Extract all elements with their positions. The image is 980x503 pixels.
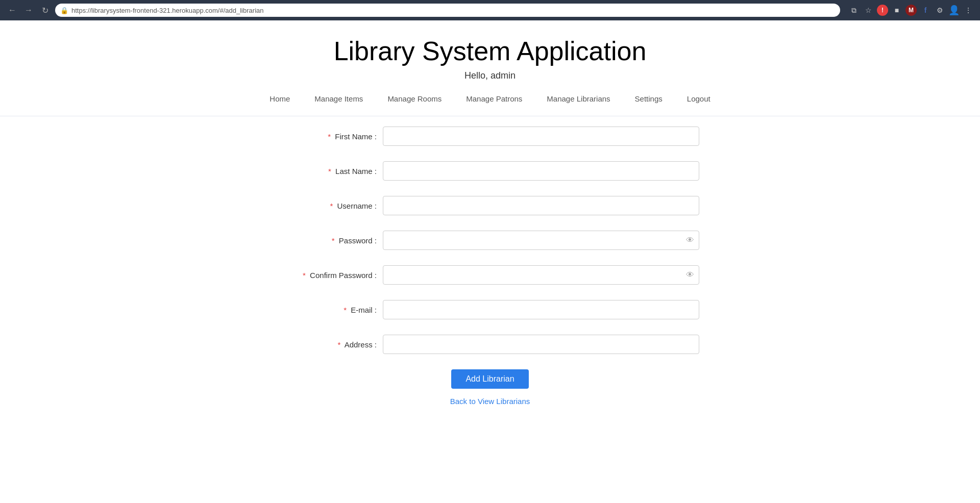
required-star: *	[328, 167, 331, 175]
confirm-password-label: * Confirm Password :	[281, 271, 383, 280]
confirm-password-row: * Confirm Password : 👁	[281, 265, 699, 285]
page-title: Library System Application	[0, 36, 980, 66]
facebook-icon[interactable]: f	[920, 5, 931, 16]
back-button[interactable]: ←	[6, 4, 18, 16]
confirm-password-input[interactable]	[383, 265, 699, 285]
forward-button[interactable]: →	[22, 4, 35, 16]
avatar-icon[interactable]: 👤	[948, 5, 960, 16]
email-label: * E-mail :	[281, 306, 383, 314]
add-librarian-button[interactable]: Add Librarian	[451, 369, 528, 389]
address-label: * Address :	[281, 340, 383, 349]
confirm-password-eye-icon[interactable]: 👁	[686, 270, 694, 280]
nav-logout[interactable]: Logout	[687, 94, 710, 103]
first-name-label: * First Name :	[281, 132, 383, 141]
nav-manage-items[interactable]: Manage Items	[314, 94, 363, 103]
address-input[interactable]	[383, 335, 699, 354]
first-name-row: * First Name :	[281, 127, 699, 146]
cast-icon[interactable]: ⧉	[848, 5, 860, 16]
first-name-input[interactable]	[383, 127, 699, 146]
back-link-row: Back to View Librarians	[281, 397, 699, 406]
bookmark-icon[interactable]: ☆	[863, 5, 874, 16]
username-label: * Username :	[281, 202, 383, 210]
button-row: Add Librarian	[281, 369, 699, 389]
nav-manage-patrons[interactable]: Manage Patrons	[466, 94, 522, 103]
last-name-input[interactable]	[383, 161, 699, 181]
email-input[interactable]	[383, 300, 699, 319]
reload-button[interactable]: ↻	[39, 4, 51, 16]
required-star: *	[330, 202, 333, 210]
nav-home[interactable]: Home	[270, 94, 290, 103]
nav-settings[interactable]: Settings	[635, 94, 663, 103]
page-subtitle: Hello, admin	[0, 70, 980, 81]
confirm-password-wrapper: 👁	[383, 265, 699, 285]
required-star: *	[303, 271, 306, 280]
password-row: * Password : 👁	[281, 231, 699, 250]
last-name-label: * Last Name :	[281, 167, 383, 175]
required-star: *	[332, 236, 335, 245]
required-star: *	[337, 340, 340, 349]
browser-chrome: ← → ↻ 🔒 https://librarysystem-frontend-3…	[0, 0, 980, 20]
url-text: https://librarysystem-frontend-321.herok…	[71, 7, 263, 14]
extension-dark-icon[interactable]: ■	[891, 5, 902, 16]
menu-icon[interactable]: ⋮	[963, 5, 974, 16]
extension-red-icon[interactable]: !	[877, 5, 888, 16]
address-bar[interactable]: 🔒 https://librarysystem-frontend-321.her…	[55, 4, 840, 17]
browser-actions: ⧉ ☆ ! ■ M f ⚙ 👤 ⋮	[848, 5, 974, 16]
back-to-librarians-link[interactable]: Back to View Librarians	[450, 397, 530, 406]
password-label: * Password :	[281, 236, 383, 245]
nav-manage-librarians[interactable]: Manage Librarians	[547, 94, 610, 103]
nav-menu: Home Manage Items Manage Rooms Manage Pa…	[0, 89, 980, 108]
username-row: * Username :	[281, 196, 699, 215]
required-star: *	[328, 132, 331, 141]
address-row: * Address :	[281, 335, 699, 354]
email-row: * E-mail :	[281, 300, 699, 319]
nav-manage-rooms[interactable]: Manage Rooms	[387, 94, 442, 103]
profile-m-icon[interactable]: M	[905, 5, 917, 16]
add-librarian-form: * First Name : * Last Name : * Username …	[260, 116, 720, 416]
page-header: Library System Application Hello, admin …	[0, 20, 980, 116]
username-input[interactable]	[383, 196, 699, 215]
password-input[interactable]	[383, 231, 699, 250]
required-star: *	[344, 306, 347, 314]
password-eye-icon[interactable]: 👁	[686, 236, 694, 245]
last-name-row: * Last Name :	[281, 161, 699, 181]
puzzle-icon[interactable]: ⚙	[934, 5, 945, 16]
password-wrapper: 👁	[383, 231, 699, 250]
